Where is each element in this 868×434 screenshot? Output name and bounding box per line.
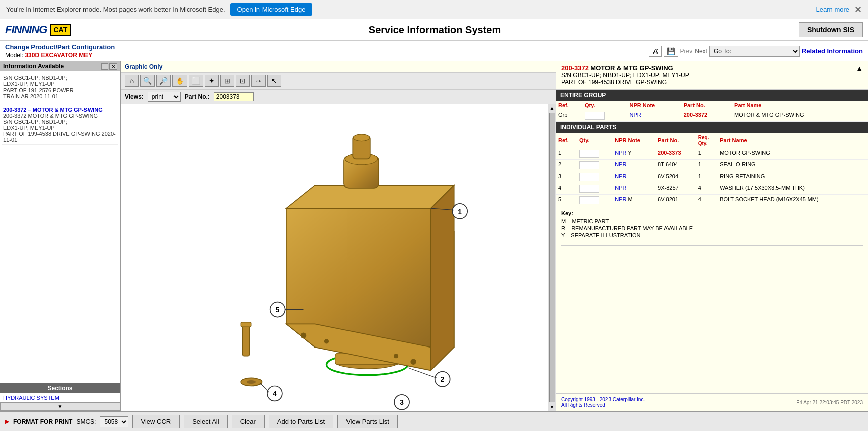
grp-npr-link[interactable]: NPR (629, 112, 641, 118)
row4-npr-link[interactable]: NPR (615, 185, 626, 191)
smcs-label: SMCS: (76, 418, 96, 425)
row2-qty (577, 160, 613, 171)
key-r: R – REMANUFACTURED PART MAY BE AVAILABLE (561, 225, 863, 231)
format-arrow: ▶ (5, 418, 9, 425)
tool-fit-button[interactable]: ⊞ (220, 75, 234, 87)
tool-home-button[interactable]: ⌂ (125, 75, 139, 87)
table-row: 1 NPR Y 200-3373 1 MOTOR GP-SWING (556, 148, 868, 160)
key-y: Y – SEPARATE ILLUSTRATION (561, 232, 863, 238)
row1-npr-link[interactable]: NPR (615, 150, 626, 156)
info-panel-title-area: 200-3372 MOTOR & MTG GP-SWING S/N GBC1-U… (561, 64, 856, 86)
goto-select[interactable]: Go To: (709, 46, 800, 57)
open-in-edge-button[interactable]: Open in Microsoft Edge (230, 3, 313, 16)
grp-qty-input[interactable] (585, 112, 605, 120)
related-information-link[interactable]: Related Information (802, 47, 863, 55)
sidebar-hydraulic-link[interactable]: HYDRAULIC SYSTEM (0, 393, 120, 402)
graphic-toolbar: ⌂ 🔍 🔎 ✋ ⬜ ✦ ⊞ ⊡ ↔ ↖ (121, 73, 556, 90)
svg-point-6 (353, 134, 369, 141)
partno-value: 2003373 (214, 92, 254, 101)
row5-req: 4 (696, 195, 718, 206)
learn-more-link[interactable]: Learn more (816, 6, 849, 13)
scroll-up-arrow[interactable]: ▲ (549, 104, 556, 112)
view-parts-list-button[interactable]: View Parts List (337, 415, 398, 428)
sidebar-header: Information Available – ✕ (0, 61, 120, 71)
grp-qty (583, 110, 627, 122)
svg-marker-2 (431, 185, 454, 370)
row2-req: 1 (696, 160, 718, 171)
graphic-scroll-bar[interactable]: ▲ ▼ (548, 104, 556, 411)
tool-rotate-button[interactable]: ✦ (205, 75, 219, 87)
shutdown-sis-button[interactable]: Shutdown SIS (799, 22, 863, 37)
col-npr2: NPR Note (613, 133, 656, 148)
model-info: Model: 330D EXCAVATOR MEY (5, 52, 115, 59)
sidebar-header-buttons: – ✕ (101, 63, 117, 70)
row5-qty-input[interactable] (579, 196, 599, 204)
svg-marker-1 (286, 185, 454, 208)
row1-qty-input[interactable] (579, 150, 599, 158)
row2-npr-link[interactable]: NPR (615, 161, 626, 167)
sidebar-sections-header: Sections (0, 383, 120, 393)
panel-collapse-button[interactable]: ▲ (856, 64, 863, 72)
view-ccr-button[interactable]: View CCR (132, 415, 180, 428)
print-icon-button[interactable]: 🖨 (649, 46, 662, 57)
change-product-link[interactable]: Change Product/Part Configuration (5, 43, 115, 51)
grp-partname: MOTOR & MTG GP-SWING (732, 110, 868, 122)
svg-text:4: 4 (273, 390, 277, 398)
copyright-link[interactable]: Copyright 1993 - 2023 Caterpillar Inc.Al… (561, 397, 645, 408)
scroll-down-arrow[interactable]: ▼ (549, 403, 556, 411)
select-all-button[interactable]: Select All (184, 415, 227, 428)
format-label: FORMAT FOR PRINT (13, 418, 72, 425)
svg-point-13 (324, 339, 329, 343)
next-button[interactable]: Next (695, 48, 707, 55)
tool-pan-button[interactable]: ✋ (172, 75, 187, 87)
tool-expand-button[interactable]: ⊡ (236, 75, 250, 87)
ie-mode-banner: You're in Internet Explorer mode. Most p… (0, 0, 868, 19)
save-icon-button[interactable]: 💾 (664, 46, 678, 57)
row1-qty (577, 148, 613, 160)
row2-npr: NPR (613, 160, 656, 171)
graphic-area: Graphic Only ⌂ 🔍 🔎 ✋ ⬜ ✦ ⊞ ⊡ ↔ ↖ Views: … (121, 61, 556, 411)
svg-point-16 (247, 380, 256, 384)
row3-ref: 3 (556, 171, 577, 183)
row5-name: BOLT-SOCKET HEAD (M16X2X45-MM) (718, 195, 868, 206)
row4-qty-input[interactable] (579, 185, 599, 193)
row3-qty-input[interactable] (579, 173, 599, 181)
smcs-select[interactable]: 5058 (100, 416, 128, 427)
svg-rect-17 (243, 324, 250, 356)
row1-name: MOTOR GP-SWING (718, 148, 868, 160)
sidebar-minimize-button[interactable]: – (101, 63, 108, 70)
sidebar-entry-2: 200-3372 – MOTOR & MTG GP-SWING 200-3372… (2, 105, 118, 145)
bottom-toolbar: ▶ FORMAT FOR PRINT SMCS: 5058 View CCR S… (0, 411, 868, 431)
row4-ref: 4 (556, 183, 577, 195)
row2-qty-input[interactable] (579, 161, 599, 169)
row1-ref: 1 (556, 148, 577, 160)
svg-text:5: 5 (276, 306, 280, 314)
row4-req: 4 (696, 183, 718, 195)
col-qty: Qty. (583, 101, 627, 110)
sidebar-close-button[interactable]: ✕ (109, 63, 117, 70)
sidebar: Information Available – ✕ S/N GBC1-UP; N… (0, 61, 121, 411)
info-panel: 200-3372 MOTOR & MTG GP-SWING S/N GBC1-U… (556, 61, 868, 411)
views-row: Views: print screen Part No.: 2003373 (121, 90, 556, 104)
sidebar-part-link[interactable]: 200-3372 – MOTOR & MTG GP-SWING (3, 107, 103, 113)
tool-zoom-in-button[interactable]: 🔍 (140, 75, 155, 87)
row3-npr-link[interactable]: NPR (615, 173, 626, 179)
prev-button[interactable]: Prev (680, 48, 693, 55)
grp-partno-link[interactable]: 200-3372 (684, 112, 708, 118)
add-to-parts-button[interactable]: Add to Parts List (269, 415, 333, 428)
tool-zoom-rect-button[interactable]: ⬜ (189, 75, 203, 87)
tool-select-button[interactable]: ↔ (251, 75, 266, 87)
ie-banner-close-button[interactable]: ✕ (854, 4, 862, 15)
row1-partno-link[interactable]: 200-3373 (658, 150, 681, 156)
ie-banner-message: You're in Internet Explorer mode. Most p… (6, 6, 225, 13)
sidebar-scroll-down[interactable]: ▼ (0, 402, 120, 411)
row5-npr-link[interactable]: NPR (615, 196, 626, 202)
copyright-section: Copyright 1993 - 2023 Caterpillar Inc.Al… (556, 393, 868, 411)
views-select[interactable]: print screen (148, 92, 181, 102)
sidebar-header-label: Information Available (3, 63, 64, 70)
tool-zoom-out-button[interactable]: 🔎 (156, 75, 171, 87)
clear-button[interactable]: Clear (232, 415, 265, 428)
row4-npr: NPR (613, 183, 656, 195)
tool-cursor-button[interactable]: ↖ (267, 75, 281, 87)
entire-group-row: Grp NPR 200-3372 MOTOR & MTG GP-SWING (556, 110, 868, 122)
